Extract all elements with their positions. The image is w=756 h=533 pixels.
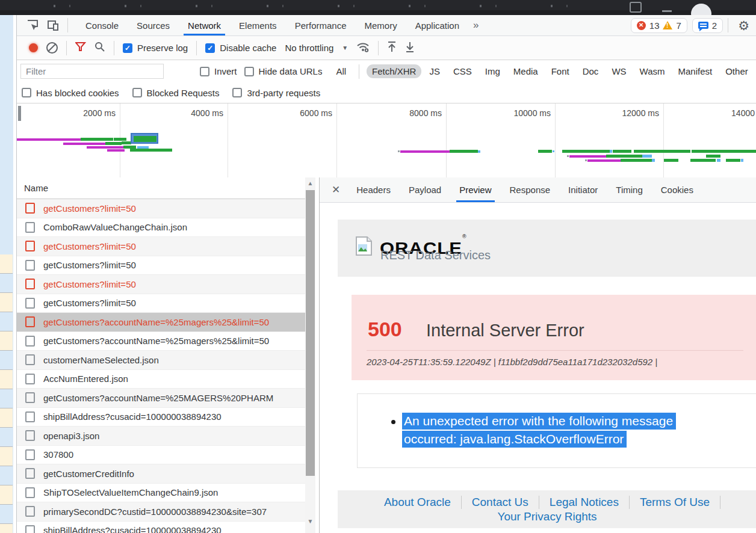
detail-tab-response[interactable]: Response — [501, 177, 560, 202]
waterfall-selected-bar[interactable] — [131, 133, 158, 144]
waterfall-bar[interactable] — [81, 138, 113, 141]
scroll-down-icon[interactable]: ▼ — [305, 518, 315, 525]
search-icon[interactable] — [94, 42, 105, 54]
issues-badge[interactable]: ✕ 13 7 — [631, 18, 687, 33]
filter-type-fetch-xhr[interactable]: Fetch/XHR — [367, 64, 421, 78]
messages-badge[interactable]: 2 — [692, 18, 723, 33]
filter-type-font[interactable]: Font — [546, 64, 575, 78]
network-overview-timeline[interactable]: 2000 ms4000 ms6000 ms8000 ms10000 ms1200… — [17, 103, 756, 178]
request-row[interactable]: getCustomers?accountName=%25magers%25&li… — [17, 313, 306, 332]
filter-type-all[interactable]: All — [330, 64, 352, 78]
request-row[interactable]: getCustomers?limit=50 — [17, 256, 306, 276]
waterfall-bar[interactable] — [87, 146, 123, 149]
waterfall-bar[interactable] — [621, 159, 652, 162]
request-row[interactable]: primarySecondDC?custid=100000038894230&s… — [17, 502, 306, 522]
filter-type-img[interactable]: Img — [480, 64, 506, 78]
device-toolbar-icon[interactable] — [47, 19, 59, 31]
throttling-select[interactable]: No throttling ▼ — [285, 43, 348, 53]
filter-toggle-icon[interactable] — [75, 42, 86, 54]
request-row[interactable]: AccNumEntered.json — [17, 370, 306, 389]
has-blocked-cookies-checkbox[interactable]: Has blocked cookies — [22, 88, 119, 98]
request-row[interactable]: ComboRawValueChangeChain.json — [17, 218, 306, 238]
detail-tab-initiator[interactable]: Initiator — [559, 177, 607, 202]
waterfall-bar[interactable] — [562, 150, 610, 153]
request-row[interactable]: getCustomers?limit=50 — [17, 275, 306, 294]
waterfall-bar[interactable] — [553, 150, 554, 152]
detail-tab-headers[interactable]: Headers — [347, 177, 400, 202]
disable-cache-checkbox[interactable]: ✓ Disable cache — [205, 43, 276, 53]
request-row[interactable]: 307800 — [17, 446, 306, 465]
hide-data-urls-checkbox[interactable]: Hide data URLs — [244, 66, 323, 76]
waterfall-bar[interactable] — [400, 150, 450, 153]
waterfall-bar[interactable] — [114, 138, 126, 141]
detail-tab-payload[interactable]: Payload — [400, 177, 450, 202]
request-row[interactable]: getCustomerCreditInfo — [17, 464, 306, 484]
tab-performance[interactable]: Performance — [286, 15, 356, 35]
tab-memory[interactable]: Memory — [356, 15, 406, 35]
waterfall-bar[interactable] — [569, 155, 606, 158]
tab-network[interactable]: Network — [179, 15, 230, 35]
request-row[interactable]: shipBillAddress?cusacid=100000038894230 — [17, 522, 306, 533]
request-row[interactable]: shipBillAddress?cusacid=100000038894230 — [17, 408, 306, 427]
preserve-log-checkbox[interactable]: ✓ Preserve log — [123, 43, 188, 53]
detail-tab-preview[interactable]: Preview — [450, 177, 500, 202]
name-column-header[interactable]: Name — [17, 177, 306, 199]
scrollbar-thumb[interactable] — [306, 190, 315, 476]
waterfall-bar[interactable] — [105, 142, 122, 145]
waterfall-bar[interactable] — [17, 138, 81, 141]
waterfall-bar[interactable] — [613, 150, 631, 153]
network-conditions-icon[interactable] — [356, 41, 370, 55]
filter-type-other[interactable]: Other — [720, 64, 754, 78]
waterfall-bar[interactable] — [398, 150, 400, 152]
tab-elements[interactable]: Elements — [230, 15, 286, 35]
waterfall-bar[interactable] — [664, 159, 678, 162]
filter-type-js[interactable]: JS — [424, 64, 445, 78]
request-row[interactable]: ShipTOSelectValueItemChangeChain9.json — [17, 484, 306, 503]
waterfall-bar[interactable] — [130, 149, 172, 152]
waterfall-bar[interactable] — [567, 155, 569, 157]
waterfall-bar[interactable] — [585, 159, 587, 161]
more-tabs-button[interactable]: » — [468, 19, 483, 31]
tab-console[interactable]: Console — [76, 15, 128, 35]
footer-link-about-oracle[interactable]: About Oracle — [374, 496, 461, 509]
request-row[interactable]: getCustomers?limit=50 — [17, 237, 306, 256]
settings-gear-icon[interactable]: ⚙ — [738, 19, 749, 32]
clear-button[interactable] — [46, 42, 58, 54]
filter-type-css[interactable]: CSS — [448, 64, 477, 78]
request-row[interactable]: openapi3.json — [17, 427, 306, 446]
timeline-scrubber-handle[interactable] — [18, 106, 21, 121]
tab-application[interactable]: Application — [406, 15, 468, 35]
footer-link-contact-us[interactable]: Contact Us — [462, 496, 539, 509]
waterfall-bar[interactable] — [107, 149, 125, 152]
tab-sources[interactable]: Sources — [128, 15, 179, 35]
filter-type-ws[interactable]: WS — [606, 64, 631, 78]
filter-type-wasm[interactable]: Wasm — [634, 64, 671, 78]
waterfall-bar[interactable] — [642, 155, 652, 158]
waterfall-bar[interactable] — [450, 150, 478, 153]
filter-type-media[interactable]: Media — [508, 64, 544, 78]
waterfall-bar[interactable] — [606, 155, 642, 158]
request-row[interactable]: getCustomers?accountName=%25magers%25&li… — [17, 332, 306, 351]
waterfall-bar[interactable] — [122, 141, 131, 144]
request-row[interactable]: getCustomers?limit=50 — [17, 294, 306, 313]
waterfall-bar[interactable] — [610, 150, 612, 153]
blocked-requests-checkbox[interactable]: Blocked Requests — [132, 88, 220, 98]
record-button[interactable] — [29, 43, 38, 52]
waterfall-bar[interactable] — [706, 155, 720, 158]
close-icon[interactable]: ✕ — [324, 183, 347, 196]
waterfall-bar[interactable] — [741, 159, 743, 162]
waterfall-bar[interactable] — [692, 150, 756, 153]
import-har-icon[interactable] — [387, 42, 397, 54]
list-scrollbar[interactable]: ▲ ▼ — [305, 177, 315, 533]
waterfall-bar[interactable] — [652, 159, 655, 162]
waterfall-bar[interactable] — [634, 150, 690, 153]
waterfall-bar[interactable] — [63, 143, 105, 145]
export-har-icon[interactable] — [405, 42, 415, 54]
downloads-icon[interactable] — [662, 2, 672, 12]
waterfall-bar[interactable] — [726, 159, 740, 162]
footer-link-legal-notices[interactable]: Legal Notices — [539, 496, 629, 509]
waterfall-bar[interactable] — [538, 150, 552, 153]
waterfall-bar[interactable] — [717, 159, 720, 162]
footer-link-terms-of-use[interactable]: Terms Of Use — [630, 496, 720, 509]
request-row[interactable]: customerNameSelected.json — [17, 351, 306, 370]
